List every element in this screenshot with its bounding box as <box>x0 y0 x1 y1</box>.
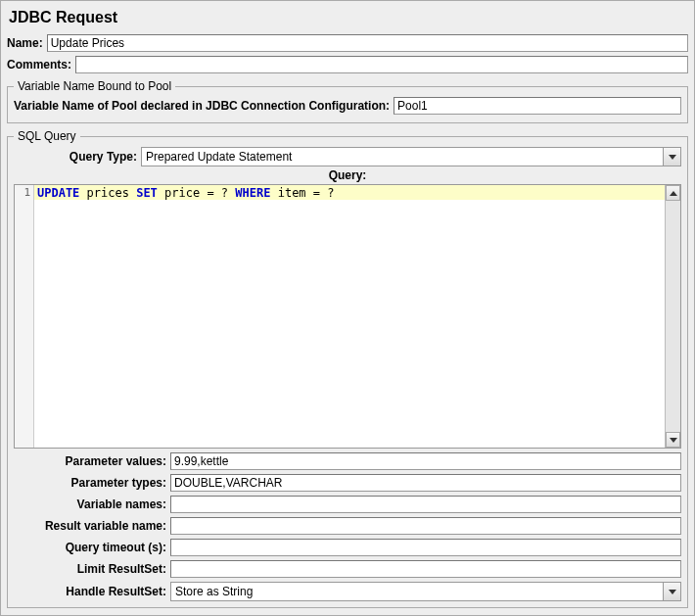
result-var-label: Result variable name: <box>14 519 170 533</box>
query-editor[interactable]: 1 UPDATE prices SET price = ? WHERE item… <box>14 184 681 449</box>
variable-names-input[interactable] <box>170 496 681 513</box>
name-label: Name: <box>7 36 47 50</box>
query-header: Query: <box>14 168 681 182</box>
query-timeout-input[interactable] <box>170 539 681 556</box>
handle-result-row: Handle ResultSet: Store as String <box>14 582 681 601</box>
editor-body[interactable]: UPDATE prices SET price = ? WHERE item =… <box>34 185 665 448</box>
limit-result-label: Limit ResultSet: <box>14 562 170 576</box>
variable-names-label: Variable names: <box>14 498 170 511</box>
name-input[interactable] <box>47 34 688 52</box>
limit-result-row: Limit ResultSet: <box>14 560 681 578</box>
editor-scrollbar[interactable] <box>665 185 680 448</box>
svg-marker-2 <box>670 438 677 443</box>
svg-marker-1 <box>670 191 677 196</box>
result-var-row: Result variable name: <box>14 517 681 535</box>
pool-fieldset: Variable Name Bound to Pool Variable Nam… <box>7 79 688 123</box>
svg-marker-0 <box>669 155 676 160</box>
comments-label: Comments: <box>7 58 75 71</box>
jdbc-request-panel: JDBC Request Name: Comments: Variable Na… <box>0 0 695 616</box>
handle-result-select[interactable]: Store as String <box>170 582 681 601</box>
gutter-line-1: 1 <box>15 186 30 199</box>
pool-label: Variable Name of Pool declared in JDBC C… <box>14 99 394 113</box>
query-type-row: Query Type: Prepared Update Statement <box>14 147 681 166</box>
name-row: Name: <box>7 34 688 52</box>
comments-row: Comments: <box>7 56 688 73</box>
param-types-label: Parameter types: <box>14 476 170 490</box>
param-values-input[interactable] <box>170 452 681 470</box>
query-type-select[interactable]: Prepared Update Statement <box>141 147 681 166</box>
scroll-down-icon[interactable] <box>666 432 680 448</box>
pool-legend: Variable Name Bound to Pool <box>14 79 175 93</box>
comments-input[interactable] <box>75 56 688 73</box>
limit-result-input[interactable] <box>170 560 681 578</box>
param-values-label: Parameter values: <box>14 454 170 468</box>
sql-fieldset: SQL Query Query Type: Prepared Update St… <box>7 129 688 608</box>
editor-gutter: 1 <box>15 185 34 448</box>
editor-line-1: UPDATE prices SET price = ? WHERE item =… <box>34 185 665 200</box>
param-types-row: Parameter types: <box>14 474 681 492</box>
variable-names-row: Variable names: <box>14 496 681 513</box>
scroll-up-icon[interactable] <box>666 185 680 201</box>
chevron-down-icon <box>663 583 680 600</box>
handle-result-label: Handle ResultSet: <box>14 585 170 598</box>
query-timeout-row: Query timeout (s): <box>14 539 681 556</box>
sql-legend: SQL Query <box>14 129 80 143</box>
pool-row: Variable Name of Pool declared in JDBC C… <box>14 97 681 115</box>
query-timeout-label: Query timeout (s): <box>14 541 170 554</box>
param-values-row: Parameter values: <box>14 452 681 470</box>
param-types-input[interactable] <box>170 474 681 492</box>
query-type-label: Query Type: <box>14 150 141 164</box>
pool-input[interactable] <box>394 97 681 115</box>
page-title: JDBC Request <box>9 9 688 26</box>
result-var-input[interactable] <box>170 517 681 535</box>
handle-result-value: Store as String <box>171 585 663 598</box>
chevron-down-icon <box>663 148 680 166</box>
query-type-value: Prepared Update Statement <box>142 150 663 164</box>
svg-marker-3 <box>669 590 676 594</box>
